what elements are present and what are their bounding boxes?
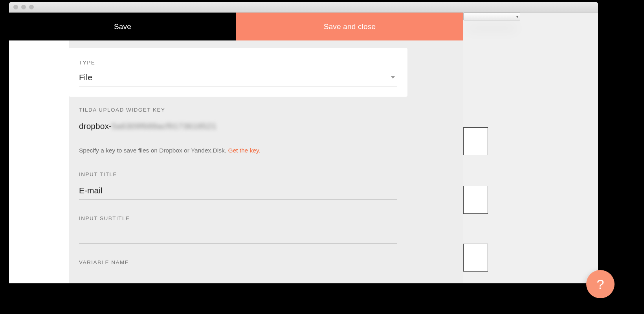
help-button[interactable]: ? [586, 270, 615, 298]
type-card: TYPE File [69, 48, 407, 97]
window-close-icon[interactable] [13, 5, 18, 9]
settings-dialog: Save Save and close TYPE File [9, 13, 463, 283]
upload-key-masked: 5a6309f688acf9173618521 [112, 121, 217, 131]
type-value: File [79, 73, 92, 82]
upload-key-label: TILDA UPLOAD WIDGET KEY [79, 107, 397, 113]
upload-key-input[interactable]: dropbox-5a6309f688acf9173618521 [79, 120, 397, 135]
mac-titlebar [9, 2, 598, 13]
get-the-key-link[interactable]: Get the key. [228, 147, 260, 154]
background-select[interactable]: ▾ [463, 13, 520, 20]
help-icon: ? [597, 277, 604, 292]
background-slot[interactable] [463, 244, 488, 272]
window-zoom-icon[interactable] [29, 5, 34, 9]
caret-down-icon: ▾ [516, 15, 518, 19]
save-and-close-button[interactable]: Save and close [236, 13, 463, 40]
variable-name-label: VARIABLE NAME [79, 259, 397, 265]
dialog-header: Save Save and close [9, 13, 463, 40]
type-label: TYPE [79, 60, 397, 66]
dialog-gutter-left [9, 40, 69, 283]
upload-key-hint-text: Specify a key to save files on Dropbox o… [79, 147, 228, 154]
save-and-close-button-label: Save and close [324, 22, 376, 31]
background-slot[interactable] [463, 186, 488, 214]
window-minimize-icon[interactable] [21, 5, 26, 9]
save-button[interactable]: Save [9, 13, 236, 40]
input-title-label: INPUT TITLE [79, 171, 397, 177]
type-select[interactable]: File [79, 73, 397, 86]
chevron-down-icon [391, 76, 395, 79]
input-subtitle-field[interactable] [79, 228, 397, 244]
dialog-gutter-right [407, 40, 463, 283]
save-button-label: Save [114, 22, 131, 31]
input-subtitle-label: INPUT SUBTITLE [79, 215, 397, 221]
upload-key-prefix: dropbox- [79, 121, 112, 130]
background-slot[interactable] [463, 127, 488, 155]
input-title-field[interactable] [79, 184, 397, 200]
dialog-panel: TYPE File TILDA UPLOAD WIDGET KEY dropbo… [69, 40, 407, 283]
mac-window: ▾ Save Save and close [9, 2, 598, 283]
upload-key-hint: Specify a key to save files on Dropbox o… [79, 147, 397, 154]
